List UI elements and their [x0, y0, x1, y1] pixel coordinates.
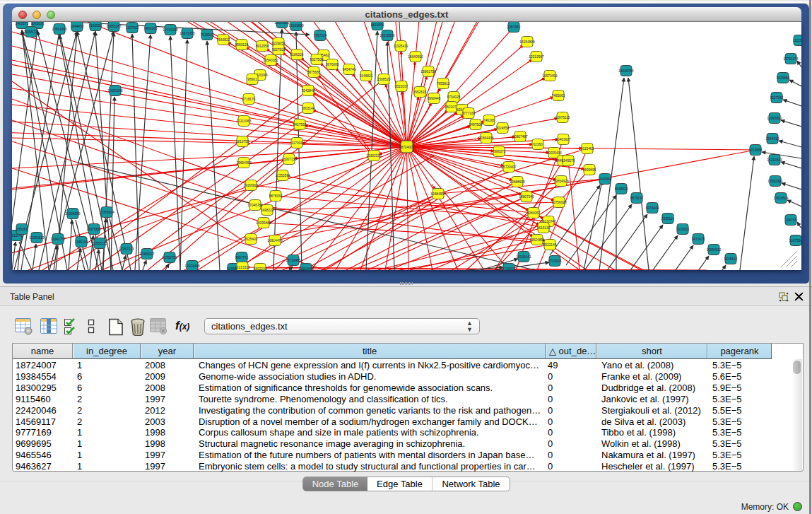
- svg-text:15302233: 15302233: [366, 154, 382, 158]
- svg-text:9129966: 9129966: [777, 76, 790, 80]
- svg-text:8990448: 8990448: [428, 97, 441, 100]
- svg-text:10463627: 10463627: [555, 138, 571, 141]
- svg-text:1733426: 1733426: [548, 259, 562, 263]
- svg-text:1244415: 1244415: [766, 137, 779, 141]
- svg-text:16210643: 16210643: [767, 158, 782, 162]
- svg-text:11325419: 11325419: [394, 45, 408, 48]
- svg-text:7357224: 7357224: [314, 34, 327, 37]
- svg-text:14099489: 14099489: [256, 221, 271, 225]
- svg-text:1065326: 1065326: [31, 22, 45, 25]
- svg-text:7986372: 7986372: [493, 150, 506, 153]
- svg-text:12505135: 12505135: [92, 242, 107, 245]
- svg-text:16782759: 16782759: [162, 256, 177, 259]
- svg-text:12923448: 12923448: [184, 264, 200, 268]
- svg-text:15716485: 15716485: [286, 259, 301, 262]
- svg-text:17957223: 17957223: [119, 247, 134, 251]
- svg-text:20206556: 20206556: [65, 212, 81, 216]
- svg-text:12942757: 12942757: [50, 238, 66, 241]
- svg-text:6466160: 6466160: [144, 27, 158, 30]
- svg-text:20364436: 20364436: [478, 136, 494, 140]
- svg-text:1327602: 1327602: [126, 26, 139, 30]
- svg-text:1549579: 1549579: [562, 159, 575, 163]
- svg-text:8427552: 8427552: [293, 123, 307, 127]
- svg-text:9084067: 9084067: [527, 211, 541, 215]
- svg-text:9777169: 9777169: [462, 112, 476, 115]
- svg-text:9115460: 9115460: [581, 147, 594, 151]
- svg-text:16033809: 16033809: [288, 24, 304, 28]
- svg-text:1810755: 1810755: [236, 140, 249, 144]
- svg-text:9327503: 9327503: [272, 48, 286, 52]
- svg-text:2718176: 2718176: [242, 98, 256, 101]
- svg-text:98901: 98901: [247, 78, 257, 81]
- svg-text:10654112: 10654112: [707, 248, 722, 252]
- svg-text:16543382: 16543382: [263, 59, 278, 62]
- svg-text:8186328: 8186328: [290, 53, 304, 57]
- svg-text:15692901: 15692901: [767, 180, 783, 183]
- svg-text:2405572: 2405572: [16, 22, 29, 25]
- svg-text:12213967: 12213967: [529, 55, 544, 59]
- svg-text:2676008: 2676008: [326, 63, 339, 66]
- svg-text:10807487: 10807487: [512, 135, 528, 139]
- svg-text:9699695: 9699695: [583, 168, 596, 172]
- svg-text:1498222: 1498222: [261, 209, 274, 212]
- svg-text:9242848: 9242848: [302, 89, 315, 93]
- svg-text:18807249: 18807249: [519, 195, 534, 199]
- svg-text:7485063: 7485063: [552, 94, 565, 98]
- svg-text:19975887: 19975887: [86, 228, 102, 231]
- svg-text:19166822: 19166822: [243, 184, 259, 187]
- svg-text:11353594: 11353594: [276, 174, 290, 177]
- svg-text:6794028: 6794028: [447, 95, 461, 99]
- svg-text:19218506: 19218506: [379, 34, 395, 37]
- svg-text:9146821: 9146821: [360, 74, 373, 78]
- svg-text:1844930: 1844930: [71, 25, 84, 28]
- svg-text:10025433: 10025433: [546, 151, 562, 155]
- svg-text:8302233: 8302233: [254, 267, 267, 270]
- svg-text:8471676: 8471676: [692, 238, 705, 241]
- svg-text:10958107: 10958107: [139, 252, 155, 256]
- svg-text:9245612: 9245612: [724, 257, 738, 261]
- svg-text:10655287: 10655287: [106, 25, 122, 28]
- svg-text:12213319: 12213319: [235, 266, 250, 269]
- svg-text:19384554: 19384554: [430, 192, 446, 196]
- svg-text:17016504: 17016504: [773, 197, 789, 200]
- svg-text:9857771: 9857771: [235, 256, 249, 259]
- svg-text:8813054: 8813054: [371, 23, 384, 27]
- svg-text:16648784: 16648784: [618, 69, 634, 73]
- svg-text:1167534: 1167534: [789, 239, 801, 243]
- svg-text:2803144: 2803144: [302, 107, 315, 110]
- svg-text:3024554: 3024554: [496, 127, 510, 130]
- svg-text:7515521: 7515521: [201, 33, 214, 37]
- svg-text:9227342: 9227342: [770, 96, 784, 100]
- svg-text:2522144: 2522144: [543, 243, 557, 247]
- svg-text:12156819: 12156819: [29, 236, 45, 240]
- svg-text:16961758: 16961758: [420, 70, 436, 74]
- svg-text:417004: 417004: [291, 141, 302, 145]
- svg-text:7955812: 7955812: [437, 82, 450, 86]
- svg-text:8878334: 8878334: [269, 194, 283, 198]
- svg-text:8960124: 8960124: [235, 43, 249, 47]
- svg-text:7663822: 7663822: [217, 38, 230, 42]
- svg-text:12213363: 12213363: [236, 119, 252, 123]
- svg-text:2935114: 2935114: [661, 217, 675, 221]
- svg-text:19654923: 19654923: [553, 180, 569, 183]
- svg-text:7632621: 7632621: [676, 228, 690, 231]
- svg-text:10756928: 10756928: [551, 201, 567, 204]
- svg-text:3215958: 3215958: [749, 148, 763, 152]
- svg-text:24055724: 24055724: [23, 30, 39, 34]
- svg-text:1588520: 1588520: [377, 78, 391, 81]
- svg-text:1733426: 1733426: [502, 267, 516, 270]
- svg-text:7625402: 7625402: [245, 238, 258, 241]
- svg-text:9474444: 9474444: [646, 206, 659, 210]
- svg-text:14136141: 14136141: [516, 255, 531, 259]
- svg-text:10688609: 10688609: [510, 180, 525, 184]
- svg-text:1640954: 1640954: [599, 177, 612, 181]
- svg-text:15720407: 15720407: [501, 165, 517, 169]
- svg-text:2087682: 2087682: [507, 25, 521, 29]
- svg-text:13524851: 13524851: [529, 238, 545, 242]
- svg-text:18724007: 18724007: [399, 146, 415, 149]
- svg-text:17046788: 17046788: [247, 204, 263, 207]
- svg-text:10973493: 10973493: [542, 74, 558, 78]
- svg-text:62160: 62160: [533, 143, 543, 146]
- svg-text:13267130: 13267130: [281, 158, 297, 161]
- svg-text:16640910: 16640910: [408, 55, 423, 59]
